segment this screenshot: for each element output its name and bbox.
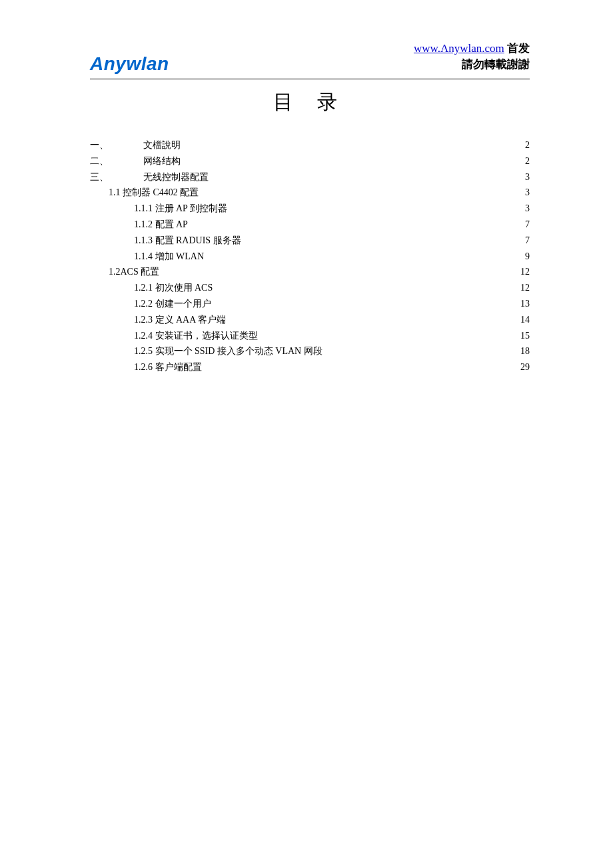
toc-entry-page: 7 [518,217,530,233]
toc-entry-label: 1.2.5 实现一个 SSID 接入多个动态 VLAN 网段 [134,343,322,359]
page-header: Anywlan www.Anywlan.com 首发 請勿轉載謝謝 [90,53,530,79]
toc-entry-page: 2 [518,153,530,169]
toc-leader [244,234,515,243]
toc-entry[interactable]: 二、网络结构2 [90,153,530,169]
toc-entry-label: 1.1.1 注册 AP 到控制器 [134,201,227,217]
toc-entry-label: 网络结构 [143,153,181,169]
source-url-link[interactable]: www.Anywlan.com [414,42,504,55]
toc-leader [230,202,515,211]
toc-entry-page: 12 [518,264,530,280]
toc-entry-label: 1.1.3 配置 RADUIS 服务器 [134,233,241,249]
toc-entry-label: 文檔說明 [143,137,181,153]
toc-entry-page: 13 [518,296,530,312]
toc-leader [211,171,515,180]
toc-entry-page: 9 [518,249,530,265]
toc-entry-page: 3 [518,169,530,185]
toc-entry-page: 12 [518,280,530,296]
toc-leader [214,297,516,307]
toc-entry-label: 1.2.6 客户端配置 [134,359,202,375]
toc-entry-page: 2 [518,137,530,153]
toc-entry-page: 7 [518,233,530,249]
toc-entry-page: 3 [518,201,530,217]
toc-entry[interactable]: 一、文檔說明2 [90,137,530,153]
toc-entry[interactable]: 1.1.1 注册 AP 到控制器3 [90,201,530,217]
document-page: Anywlan www.Anywlan.com 首发 請勿轉載謝謝 目 录 一、… [0,0,613,868]
toc-entry[interactable]: 1.2.2 创建一个用户13 [90,296,530,312]
toc-entry[interactable]: 1.2.6 客户端配置29 [90,359,530,375]
toc-entry-label: 1.1 控制器 C4402 配置 [109,185,199,201]
toc-leader [261,329,516,339]
toc-entry-label: 1.1.2 配置 AP [134,217,188,233]
toc-entry-label: 1.2.4 安装证书，选择认证类型 [134,328,258,344]
toc-entry-page: 29 [518,359,530,375]
toc-entry-number: 一、 [90,137,109,153]
toc-entry[interactable]: 1.1.4 增加 WLAN9 [90,249,530,265]
toc-entry-page: 3 [518,185,530,201]
header-right-block: www.Anywlan.com 首发 請勿轉載謝謝 [414,41,530,73]
toc-leader [215,281,515,291]
toc-entry-label: 1.2.3 定义 AAA 客户端 [134,312,226,328]
toc-title: 目 录 [90,89,530,116]
toc-entry[interactable]: 1.2.3 定义 AAA 客户端14 [90,312,530,328]
toc-entry-page: 14 [518,312,530,328]
toc-entry-page: 15 [518,328,530,344]
toc-entry-number: 二、 [90,153,109,169]
toc-leader [325,345,515,354]
toc-leader [191,218,515,227]
toc-leader [207,250,515,259]
toc-entry[interactable]: 1.2.5 实现一个 SSID 接入多个动态 VLAN 网段18 [90,343,530,359]
toc-entry-label: 1.2ACS 配置 [109,264,159,280]
toc-entry-page: 18 [518,343,530,359]
toc-leader [205,361,516,370]
toc-entry-label: 无线控制器配置 [143,169,209,185]
toc-entry[interactable]: 1.2.1 初次使用 ACS12 [90,280,530,296]
toc-entry-label: 1.1.4 增加 WLAN [134,249,204,265]
source-line: www.Anywlan.com 首发 [414,41,530,57]
toc-leader [162,265,515,275]
toc-leader [183,155,515,164]
toc-entry-label: 1.2.1 初次使用 ACS [134,280,213,296]
toc-entry[interactable]: 1.1.3 配置 RADUIS 服务器7 [90,233,530,249]
toc-entry[interactable]: 1.2ACS 配置12 [90,264,530,280]
toc-leader [229,313,515,323]
toc-entry-number: 三、 [90,169,109,185]
toc-entry[interactable]: 1.1.2 配置 AP7 [90,217,530,233]
table-of-contents: 一、文檔說明2二、网络结构2三、无线控制器配置31.1 控制器 C4402 配置… [90,137,530,375]
toc-leader [183,139,515,148]
source-suffix: 首发 [507,42,530,55]
toc-entry-label: 1.2.2 创建一个用户 [134,296,211,312]
toc-leader [201,186,515,195]
toc-entry[interactable]: 1.2.4 安装证书，选择认证类型15 [90,328,530,344]
toc-entry[interactable]: 1.1 控制器 C4402 配置3 [90,185,530,201]
reprint-notice: 請勿轉載謝謝 [414,57,530,73]
toc-entry[interactable]: 三、无线控制器配置3 [90,169,530,185]
